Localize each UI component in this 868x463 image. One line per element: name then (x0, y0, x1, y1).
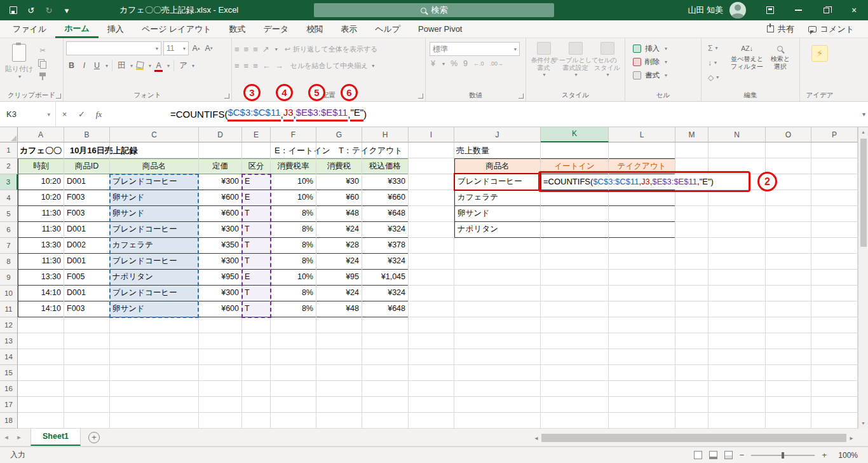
currency-dropdown-icon[interactable]: ▾ (442, 61, 445, 67)
vscroll-thumb[interactable] (860, 139, 867, 247)
cell[interactable]: 卵サンド (110, 190, 199, 206)
cell[interactable]: 8% (271, 238, 316, 254)
cell[interactable]: E (242, 174, 271, 190)
ribbon-tab-5[interactable]: データ (255, 20, 298, 38)
ribbon-tab-1[interactable]: ホーム (55, 20, 98, 38)
ribbon-tab-4[interactable]: 数式 (220, 20, 255, 38)
cell[interactable] (541, 222, 609, 238)
cell[interactable]: ¥60 (316, 190, 362, 206)
column-header-I[interactable]: I (409, 127, 454, 142)
avatar[interactable] (729, 2, 746, 18)
wrap-text-button[interactable]: ↩折り返して全体を表示する (285, 45, 378, 54)
cell[interactable]: D001 (64, 222, 110, 238)
cell[interactable]: ナポリタン (110, 270, 199, 286)
row-header-13[interactable]: 13 (0, 333, 18, 349)
cell[interactable]: 8% (271, 286, 316, 301)
cell[interactable]: F003 (64, 190, 110, 206)
column-header-O[interactable]: O (766, 127, 811, 142)
currency-format-icon[interactable]: ¥ (431, 59, 435, 68)
row-header-18[interactable]: 18 (0, 413, 18, 429)
cell[interactable]: カフェラテ (454, 190, 541, 206)
font-size-dropdown-icon[interactable]: ▾ (183, 46, 186, 52)
ribbon-tab-6[interactable]: 校閲 (297, 20, 332, 38)
cell[interactable]: ¥300 (199, 174, 242, 190)
merge-center-button[interactable]: セルを結合して中央揃え▾ (290, 61, 375, 71)
clipboard-dialog-launcher-icon[interactable] (56, 93, 61, 99)
cell[interactable]: ¥24 (316, 286, 362, 301)
row-header-11[interactable]: 11 (0, 301, 18, 317)
column-header-M[interactable]: M (675, 127, 709, 142)
increase-indent-icon[interactable]: → (275, 61, 283, 71)
sheet-nav-left-icon[interactable]: ◂ (0, 433, 13, 441)
orientation-dropdown-icon[interactable]: ▾ (275, 46, 278, 52)
column-header-P[interactable]: P (811, 127, 858, 142)
cell-F1[interactable]: E：イートイン T：テイクアウト (275, 142, 403, 158)
phonetic-guide-icon[interactable]: ア (178, 59, 189, 72)
phonetic-dropdown-icon[interactable]: ▾ (192, 63, 194, 69)
user-name[interactable]: 山田 知美 (688, 4, 723, 16)
cell[interactable]: 11:30 (18, 206, 64, 222)
cell[interactable]: D001 (64, 286, 110, 301)
cell[interactable]: ¥330 (362, 174, 409, 190)
cell[interactable]: ブレンドコーヒー (110, 222, 199, 238)
row-header-15[interactable]: 15 (0, 365, 18, 381)
select-all-corner[interactable] (0, 127, 18, 142)
name-box[interactable]: K3 ▾ (0, 102, 56, 127)
cell[interactable]: ¥48 (316, 301, 362, 317)
cell[interactable]: ナポリタン (454, 222, 541, 238)
font-color-icon[interactable]: A (153, 59, 164, 72)
horizontal-scrollbar[interactable]: ◂ ▸ (531, 431, 857, 444)
column-header-F[interactable]: F (271, 127, 316, 142)
cell[interactable]: 8% (271, 254, 316, 270)
cell[interactable]: 10% (271, 174, 316, 190)
italic-icon[interactable]: I (79, 59, 90, 72)
cell[interactable]: 卵サンド (110, 301, 199, 317)
font-dialog-launcher-icon[interactable] (224, 93, 229, 99)
bold-icon[interactable]: B (66, 59, 77, 72)
align-middle-icon[interactable]: ≡ (244, 45, 249, 54)
close-button[interactable]: × (840, 0, 868, 20)
align-left-icon[interactable]: ≡ (234, 61, 240, 71)
insert-function-icon[interactable]: fx (90, 109, 107, 120)
cell[interactable]: ¥600 (199, 301, 242, 317)
conditional-formatting-button[interactable]: 条件付き 書式 ▾ (529, 42, 559, 91)
row-header-12[interactable]: 12 (0, 317, 18, 333)
cell[interactable]: ¥324 (362, 254, 409, 270)
cell[interactable]: ¥600 (199, 206, 242, 222)
find-select-button[interactable]: 検索と 選択 (764, 42, 797, 91)
formula-input[interactable]: =COUNTIFS($C$3:$C$11,J3,$E$3:$E$11,"E") (170, 102, 367, 127)
row-header-2[interactable]: 2 (0, 158, 18, 174)
cell[interactable]: ¥648 (362, 206, 409, 222)
cell[interactable]: ¥350 (199, 238, 242, 254)
underline-dropdown-icon[interactable]: ▾ (105, 63, 108, 69)
cell[interactable]: ¥324 (362, 222, 409, 238)
cell[interactable] (609, 222, 675, 238)
cell[interactable]: 11:30 (18, 222, 64, 238)
underline-icon[interactable]: U (92, 59, 102, 72)
cell[interactable]: ¥95 (316, 270, 362, 286)
paste-button[interactable]: 貼り付け ▾ (3, 40, 36, 91)
row-header-10[interactable]: 10 (0, 286, 18, 301)
hscroll-thumb[interactable] (541, 434, 846, 442)
zoom-slider[interactable] (751, 455, 815, 456)
percent-style-icon[interactable]: % (451, 59, 458, 68)
number-dialog-launcher-icon[interactable] (519, 93, 524, 99)
zoom-thumb[interactable] (782, 452, 784, 459)
scroll-up-icon[interactable]: ▴ (862, 127, 864, 137)
autosum-button[interactable]: Σ▾ (704, 42, 730, 54)
column-header-N[interactable]: N (709, 127, 766, 142)
cells-area[interactable]: カフェ〇〇 10月16日売上記録 E：イートイン T：テイクアウト 売上数量 時… (18, 142, 858, 429)
copy-icon[interactable] (37, 59, 48, 68)
column-header-L[interactable]: L (609, 127, 675, 142)
cell[interactable]: D002 (64, 238, 110, 254)
fill-color-icon[interactable] (135, 59, 146, 72)
column-header-E[interactable]: E (242, 127, 271, 142)
ribbon-tab-0[interactable]: ファイル (4, 20, 55, 38)
cell[interactable]: T (242, 301, 271, 317)
save-icon[interactable] (5, 2, 22, 18)
cell[interactable]: 8% (271, 222, 316, 238)
insert-cells-button[interactable]: 挿入▾ (628, 44, 698, 53)
delete-cells-button[interactable]: 削除▾ (628, 57, 698, 67)
cell[interactable]: 10% (271, 190, 316, 206)
scroll-down-icon[interactable]: ▾ (862, 418, 864, 429)
